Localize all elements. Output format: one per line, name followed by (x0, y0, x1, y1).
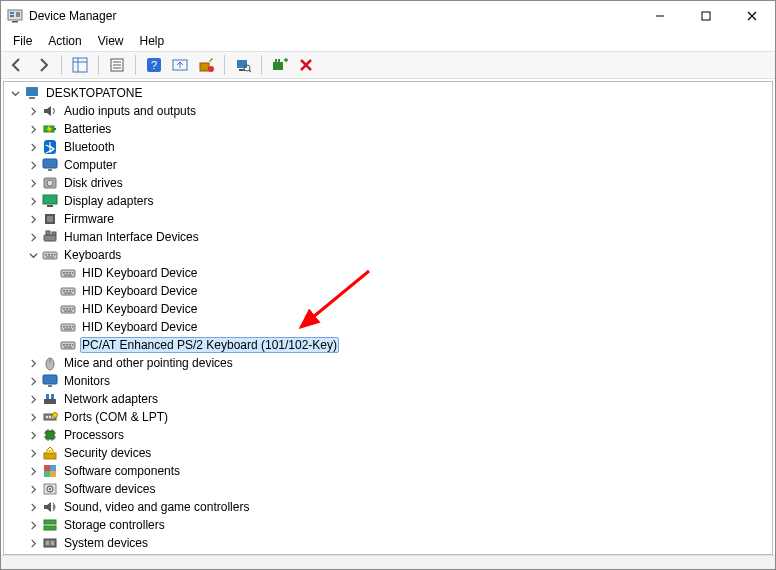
tree-item-label: Computer (62, 158, 119, 172)
tree-item[interactable]: Computer (26, 156, 772, 174)
arrow-right-icon (35, 57, 51, 73)
tree-item[interactable]: Human Interface Devices (26, 228, 772, 246)
tree-item[interactable]: Sound, video and game controllers (26, 498, 772, 516)
mouse-icon (42, 355, 58, 371)
scan-hardware-button[interactable] (231, 54, 255, 76)
keyboard-icon (60, 283, 76, 299)
tree-expand-icon[interactable] (26, 392, 40, 406)
tree-expand-icon[interactable] (26, 140, 40, 154)
tree-item[interactable]: HID Keyboard Device (44, 264, 772, 282)
tree-expand-icon[interactable] (26, 212, 40, 226)
tree-expand-icon[interactable] (26, 104, 40, 118)
tree-expand-icon[interactable] (26, 176, 40, 190)
forward-button[interactable] (31, 54, 55, 76)
tree-twist-none (44, 284, 58, 298)
tree-item[interactable]: Processors (26, 426, 772, 444)
tree-item[interactable]: Disk drives (26, 174, 772, 192)
tree-expand-icon[interactable] (26, 464, 40, 478)
tree-expand-icon[interactable] (26, 158, 40, 172)
disable-icon (298, 57, 314, 73)
update-driver-icon (172, 57, 188, 73)
menu-help[interactable]: Help (132, 32, 173, 50)
tree-item-label: System devices (62, 536, 150, 550)
tree-item[interactable]: Software components (26, 462, 772, 480)
tree-item[interactable]: Network adapters (26, 390, 772, 408)
uninstall-device-button[interactable] (194, 54, 218, 76)
toolbar-separator (98, 55, 99, 75)
menu-view[interactable]: View (90, 32, 132, 50)
tree-collapse-icon[interactable] (8, 86, 22, 100)
tree-item[interactable]: Audio inputs and outputs (26, 102, 772, 120)
tree-item[interactable]: Storage controllers (26, 516, 772, 534)
tree-expand-icon[interactable] (26, 518, 40, 532)
tree-expand-icon[interactable] (26, 230, 40, 244)
tree-expand-icon[interactable] (26, 482, 40, 496)
tree-expand-icon[interactable] (26, 356, 40, 370)
maximize-button[interactable] (683, 1, 729, 31)
menu-action[interactable]: Action (40, 32, 89, 50)
device-tree[interactable]: DESKTOPATONEAudio inputs and outputsBatt… (3, 81, 773, 555)
tree-item[interactable]: Ports (COM & LPT) (26, 408, 772, 426)
back-button[interactable] (5, 54, 29, 76)
update-driver-button[interactable] (168, 54, 192, 76)
add-hardware-button[interactable] (268, 54, 292, 76)
tree-item[interactable]: Monitors (26, 372, 772, 390)
battery-icon (42, 121, 58, 137)
tree-twist-none (44, 320, 58, 334)
titlebar: Device Manager (1, 1, 775, 31)
tree-item[interactable]: HID Keyboard Device (44, 318, 772, 336)
tree-item[interactable]: DESKTOPATONE (8, 84, 772, 102)
tree-item-label: Disk drives (62, 176, 125, 190)
show-hide-console-button[interactable] (68, 54, 92, 76)
minimize-button[interactable] (637, 1, 683, 31)
tree-expand-icon[interactable] (26, 410, 40, 424)
audio-icon (42, 103, 58, 119)
maximize-icon (701, 11, 711, 21)
tree-collapse-icon[interactable] (26, 248, 40, 262)
uninstall-icon (198, 57, 214, 73)
keyboard-icon (60, 265, 76, 281)
tree-item-label: Ports (COM & LPT) (62, 410, 170, 424)
tree-item[interactable]: Mice and other pointing devices (26, 354, 772, 372)
toolbar-separator (61, 55, 62, 75)
tree-item[interactable]: Batteries (26, 120, 772, 138)
tree-item-label: DESKTOPATONE (44, 86, 144, 100)
tree-item[interactable]: Keyboards (26, 246, 772, 264)
tree-item[interactable]: Firmware (26, 210, 772, 228)
tree-expand-icon[interactable] (26, 374, 40, 388)
tree-item[interactable]: HID Keyboard Device (44, 300, 772, 318)
toolbar-separator (261, 55, 262, 75)
tree-expand-icon[interactable] (26, 428, 40, 442)
keyboard-icon (60, 319, 76, 335)
tree-item-label: Human Interface Devices (62, 230, 201, 244)
tree-expand-icon[interactable] (26, 194, 40, 208)
tree-item[interactable]: PC/AT Enhanced PS/2 Keyboard (101/102-Ke… (44, 336, 772, 354)
toolbar (1, 51, 775, 79)
tree-item-label: Monitors (62, 374, 112, 388)
tree-item-label: Storage controllers (62, 518, 167, 532)
tree-item-label: HID Keyboard Device (80, 284, 199, 298)
keyboard-icon (60, 337, 76, 353)
arrow-left-icon (9, 57, 25, 73)
tree-item-label: HID Keyboard Device (80, 302, 199, 316)
tree-item[interactable]: Display adapters (26, 192, 772, 210)
tree-expand-icon[interactable] (26, 500, 40, 514)
tree-expand-icon[interactable] (26, 446, 40, 460)
computer-root-icon (24, 85, 40, 101)
bluetooth-icon (42, 139, 58, 155)
tree-item-label: PC/AT Enhanced PS/2 Keyboard (101/102-Ke… (80, 337, 339, 353)
help-button[interactable] (142, 54, 166, 76)
menu-file[interactable]: File (5, 32, 40, 50)
tree-item-label: Keyboards (62, 248, 123, 262)
tree-item[interactable]: HID Keyboard Device (44, 282, 772, 300)
close-button[interactable] (729, 1, 775, 31)
tree-item[interactable]: Security devices (26, 444, 772, 462)
tree-expand-icon[interactable] (26, 122, 40, 136)
properties-button[interactable] (105, 54, 129, 76)
tree-item[interactable]: Bluetooth (26, 138, 772, 156)
tree-item[interactable]: Software devices (26, 480, 772, 498)
tree-item[interactable]: System devices (26, 534, 772, 552)
add-hardware-icon (272, 57, 288, 73)
tree-expand-icon[interactable] (26, 536, 40, 550)
disable-device-button[interactable] (294, 54, 318, 76)
